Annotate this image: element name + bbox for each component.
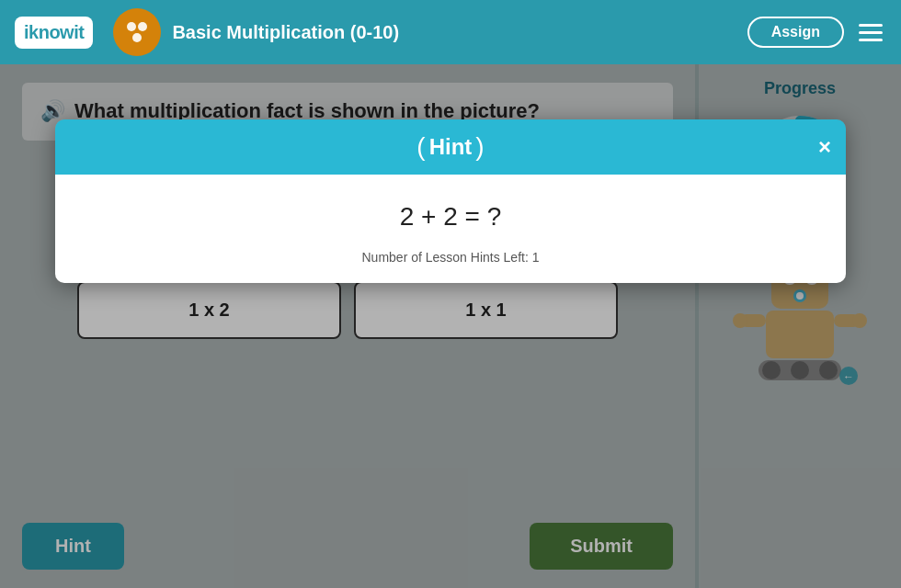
hint-equation: 2 + 2 = ? <box>92 202 809 232</box>
logo-text: iknowit <box>15 17 93 49</box>
hint-title-wrapper: ( Hint ) <box>416 132 484 162</box>
svg-point-1 <box>138 22 147 31</box>
svg-point-0 <box>127 22 136 31</box>
logo: iknowit <box>15 17 93 49</box>
hint-lessons-left: Number of Lesson Hints Left: 1 <box>92 250 809 265</box>
hint-modal-body: 2 + 2 = ? Number of Lesson Hints Left: 1 <box>55 175 846 283</box>
hint-modal: ( Hint ) × 2 + 2 = ? Number of Lesson Hi… <box>55 119 846 283</box>
hamburger-line-2 <box>859 31 883 34</box>
svg-point-2 <box>132 33 142 42</box>
lesson-icon <box>113 8 161 56</box>
hint-bracket-right: ) <box>475 132 484 162</box>
hamburger-line-1 <box>859 24 883 27</box>
app-header: iknowit Basic Multiplication (0-10) Assi… <box>0 0 901 64</box>
hint-modal-header: ( Hint ) × <box>55 119 846 175</box>
hamburger-line-3 <box>859 39 883 41</box>
assign-button[interactable]: Assign <box>747 17 844 48</box>
lesson-title: Basic Multiplication (0-10) <box>172 22 736 43</box>
dots-icon <box>123 18 151 46</box>
hint-modal-title: Hint <box>429 134 473 160</box>
hint-close-button[interactable]: × <box>818 136 831 158</box>
hint-overlay: ( Hint ) × 2 + 2 = ? Number of Lesson Hi… <box>0 64 901 588</box>
menu-button[interactable] <box>855 20 886 45</box>
main-area: 🔊 What multiplication fact is shown in t… <box>0 64 901 588</box>
hint-bracket-left: ( <box>416 132 425 162</box>
